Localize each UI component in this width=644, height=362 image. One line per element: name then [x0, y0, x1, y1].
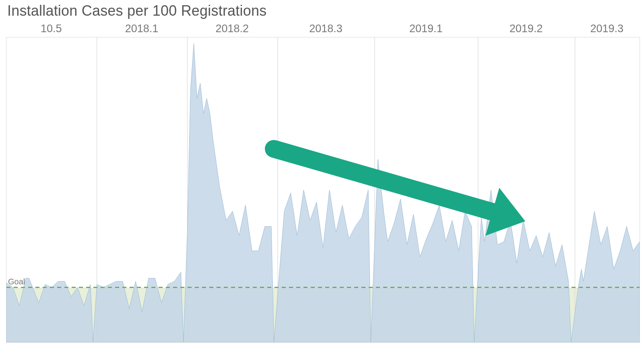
chart-svg: [6, 37, 640, 342]
x-tick-label: 10.5: [41, 23, 62, 35]
x-tick-label: 2018.2: [215, 23, 249, 35]
x-axis-labels: 10.52018.12018.22018.32019.12019.22019.3: [6, 23, 640, 37]
chart-title: Installation Cases per 100 Registrations: [7, 2, 266, 19]
x-tick-label: 2019.2: [510, 23, 543, 35]
x-tick-label: 2019.1: [409, 23, 443, 35]
x-tick-label: 2018.3: [309, 23, 343, 35]
x-tick-label: 2019.3: [590, 23, 623, 35]
goal-label: Goal: [8, 277, 25, 286]
chart-plot-area: Goal: [6, 37, 640, 343]
x-tick-label: 2018.1: [125, 23, 159, 35]
